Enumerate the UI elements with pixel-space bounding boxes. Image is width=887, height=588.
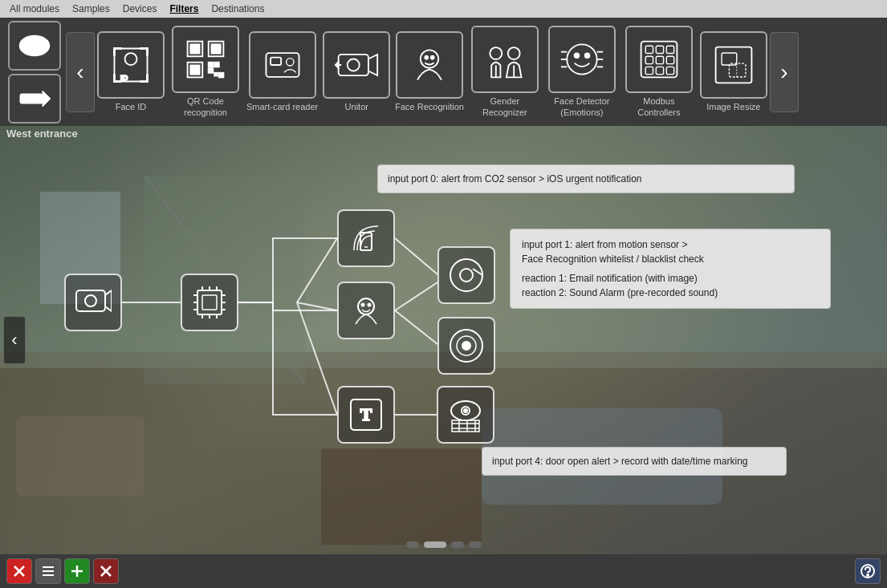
svg-rect-15 <box>214 63 219 67</box>
slide-dot-4[interactable] <box>469 541 482 548</box>
nav-devices[interactable]: Devices <box>123 3 157 14</box>
svg-rect-44 <box>645 47 653 54</box>
svg-line-68 <box>297 302 337 310</box>
module-modbus-label: Modbus Controllers <box>623 96 695 117</box>
module-face-id[interactable]: ID Face ID <box>97 31 165 112</box>
arrow-input-button[interactable] <box>8 74 61 124</box>
svg-rect-77 <box>197 290 222 314</box>
bottom-toolbar <box>0 554 887 588</box>
svg-marker-75 <box>105 290 112 311</box>
slide-dot-3[interactable] <box>451 541 464 548</box>
svg-point-76 <box>85 295 96 306</box>
svg-point-21 <box>286 59 293 66</box>
svg-rect-52 <box>666 67 673 75</box>
module-gender[interactable]: Gender Recognizer <box>469 26 541 117</box>
remove-button[interactable] <box>93 558 119 584</box>
svg-point-123 <box>867 574 869 576</box>
svg-point-32 <box>508 47 520 59</box>
svg-text:T: T <box>360 404 372 424</box>
svg-rect-43 <box>641 42 677 78</box>
svg-rect-3 <box>20 94 43 103</box>
svg-rect-16 <box>209 69 214 74</box>
svg-marker-4 <box>43 91 51 107</box>
module-qr-code[interactable]: QR Code recognition <box>169 26 242 117</box>
module-gender-label: Gender Recognizer <box>469 96 541 117</box>
module-image-resize[interactable]: Image Resize <box>700 31 767 112</box>
svg-rect-17 <box>219 73 224 78</box>
slide-dots <box>406 541 482 548</box>
processor-node[interactable] <box>181 274 238 331</box>
nav-all-modules[interactable]: All modules <box>10 3 59 14</box>
svg-rect-48 <box>656 57 663 64</box>
svg-rect-34 <box>567 45 596 75</box>
svg-line-71 <box>395 282 437 310</box>
svg-marker-23 <box>368 55 377 75</box>
location-label: West entrance <box>6 128 78 140</box>
svg-rect-45 <box>656 47 663 54</box>
svg-marker-26 <box>336 62 339 67</box>
module-smart-card[interactable]: Smart-card reader <box>246 31 318 112</box>
svg-point-6 <box>125 53 137 65</box>
module-unitor-label: Unitor <box>345 102 368 112</box>
nav-samples[interactable]: Samples <box>72 3 110 14</box>
svg-point-30 <box>490 47 502 59</box>
toolbar-nav-right[interactable]: › <box>770 32 799 112</box>
mobile-node[interactable] <box>337 209 395 267</box>
slide-dot-2[interactable] <box>424 541 446 548</box>
module-qr-label: QR Code recognition <box>169 96 242 117</box>
module-toolbar: ‹ ID Face ID <box>0 18 887 126</box>
svg-rect-78 <box>202 295 217 310</box>
bottom-right-buttons <box>855 558 881 584</box>
flow-diagram: T <box>64 142 835 543</box>
svg-line-72 <box>395 310 437 344</box>
sound-node[interactable] <box>437 317 495 375</box>
slide-nav-left[interactable]: ‹ <box>3 316 26 364</box>
face-recog-node[interactable] <box>337 282 395 339</box>
svg-rect-9 <box>190 45 199 54</box>
svg-point-2 <box>33 43 37 47</box>
module-face-detector-label: Face Detector (Emotions) <box>546 96 618 117</box>
svg-line-67 <box>297 238 337 302</box>
module-image-resize-label: Image Resize <box>706 102 760 112</box>
input-mode-group <box>8 21 61 124</box>
svg-rect-49 <box>666 57 673 64</box>
module-face-recognition[interactable]: Face Recognition <box>395 31 464 112</box>
add-button[interactable] <box>64 558 90 584</box>
text-node[interactable]: T <box>337 386 395 444</box>
camera-node[interactable] <box>64 274 122 331</box>
bottom-left-buttons <box>6 558 119 584</box>
help-button[interactable] <box>855 558 881 584</box>
svg-rect-47 <box>645 57 653 64</box>
svg-point-95 <box>368 304 371 306</box>
svg-rect-46 <box>666 47 673 54</box>
nav-destinations[interactable]: Destinations <box>211 3 264 14</box>
svg-point-98 <box>450 259 482 291</box>
delete-button[interactable] <box>6 558 32 584</box>
module-smart-card-label: Smart-card reader <box>246 102 318 112</box>
module-unitor[interactable]: Unitor <box>323 31 390 112</box>
toolbar-nav-left[interactable]: ‹ <box>66 32 95 112</box>
svg-point-29 <box>431 56 434 59</box>
list-button[interactable] <box>35 558 61 584</box>
svg-rect-50 <box>645 67 653 75</box>
top-navigation: All modules Samples Devices Filters Dest… <box>0 0 887 18</box>
svg-point-28 <box>425 56 428 59</box>
svg-rect-13 <box>190 66 199 75</box>
nav-filters[interactable]: Filters <box>169 3 198 14</box>
module-face-recog-label: Face Recognition <box>395 102 464 112</box>
email-node[interactable] <box>437 246 495 304</box>
module-modbus[interactable]: Modbus Controllers <box>623 26 695 117</box>
svg-point-94 <box>362 304 364 306</box>
svg-line-70 <box>395 238 437 274</box>
slide-dot-1[interactable] <box>406 541 419 548</box>
svg-rect-22 <box>339 55 368 75</box>
svg-rect-18 <box>214 73 218 76</box>
module-face-detector[interactable]: Face Detector (Emotions) <box>546 26 618 117</box>
svg-rect-74 <box>76 290 105 311</box>
svg-point-103 <box>462 342 470 350</box>
svg-rect-11 <box>211 45 220 54</box>
svg-point-36 <box>585 54 590 59</box>
svg-point-35 <box>575 54 580 59</box>
eye-input-button[interactable] <box>8 21 61 71</box>
grid-node[interactable] <box>437 386 494 444</box>
